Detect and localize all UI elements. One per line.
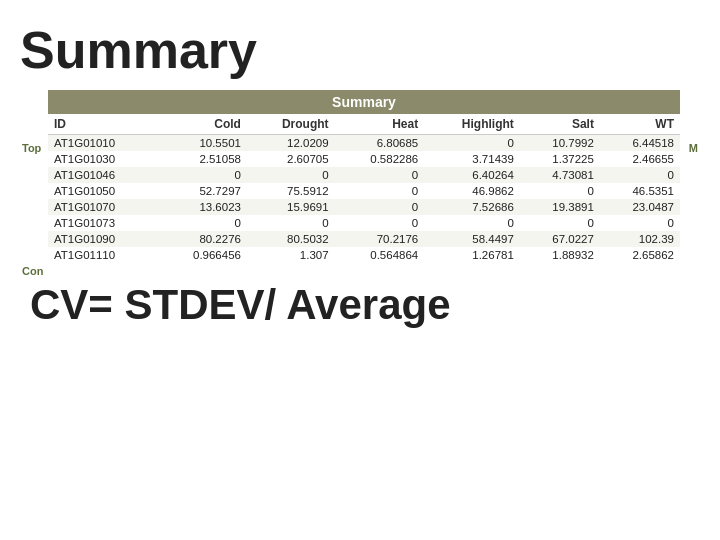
left-label-con: Con — [22, 265, 43, 277]
table-cell: 1.37225 — [520, 151, 600, 167]
page: Summary Top Con M Summary ID Cold Drough… — [0, 0, 720, 540]
table-cell: 10.7992 — [520, 135, 600, 152]
table-cell: AT1G01070 — [48, 199, 157, 215]
table-cell: 0 — [424, 215, 520, 231]
table-cell: 80.5032 — [247, 231, 335, 247]
table-cell: 52.7297 — [157, 183, 247, 199]
table-cell: 1.307 — [247, 247, 335, 263]
table-cell: 0 — [335, 199, 425, 215]
table-row: AT1G0107013.602315.969107.5268619.389123… — [48, 199, 680, 215]
table-row: AT1G011100.9664561.3070.5648641.267811.8… — [48, 247, 680, 263]
table-cell: AT1G01046 — [48, 167, 157, 183]
table-cell: 80.2276 — [157, 231, 247, 247]
table-cell: 46.5351 — [600, 183, 680, 199]
table-cell: 0 — [335, 167, 425, 183]
table-cell: 0 — [335, 215, 425, 231]
table-cell: 0 — [600, 167, 680, 183]
col-header-drought: Drought — [247, 114, 335, 135]
table-cell: 6.44518 — [600, 135, 680, 152]
table-cell: AT1G01090 — [48, 231, 157, 247]
table-cell: 6.40264 — [424, 167, 520, 183]
table-cell: 0 — [247, 215, 335, 231]
table-cell: 0 — [520, 215, 600, 231]
table-cell: 0 — [247, 167, 335, 183]
table-cell: 0.564864 — [335, 247, 425, 263]
table-cell: 0 — [157, 167, 247, 183]
table-cell: 0 — [335, 183, 425, 199]
left-label-top: Top — [22, 142, 41, 154]
table-row: AT1G0105052.729775.5912046.9862046.5351 — [48, 183, 680, 199]
table-cell: 12.0209 — [247, 135, 335, 152]
page-title: Summary — [20, 20, 700, 80]
table-cell: 0.966456 — [157, 247, 247, 263]
table-cell: 3.71439 — [424, 151, 520, 167]
table-cell: 23.0487 — [600, 199, 680, 215]
table-cell: 1.26781 — [424, 247, 520, 263]
table-row: AT1G010460006.402644.730810 — [48, 167, 680, 183]
table-cell: 2.46655 — [600, 151, 680, 167]
col-header-wt: WT — [600, 114, 680, 135]
table-cell: 15.9691 — [247, 199, 335, 215]
col-header-id: ID — [48, 114, 157, 135]
table-cell: 2.51058 — [157, 151, 247, 167]
col-header-salt: Salt — [520, 114, 600, 135]
table-row: AT1G01073000000 — [48, 215, 680, 231]
table-cell: 7.52686 — [424, 199, 520, 215]
table-cell: 2.65862 — [600, 247, 680, 263]
summary-header-bar: Summary — [48, 90, 680, 114]
data-table: ID Cold Drought Heat Highlight Salt WT A… — [48, 114, 680, 263]
table-cell: 13.6023 — [157, 199, 247, 215]
table-cell: AT1G01050 — [48, 183, 157, 199]
table-cell: AT1G01030 — [48, 151, 157, 167]
table-cell: 1.88932 — [520, 247, 600, 263]
right-label-top: M — [689, 142, 698, 154]
table-row: AT1G010302.510582.607050.5822863.714391.… — [48, 151, 680, 167]
table-cell: 67.0227 — [520, 231, 600, 247]
table-cell: 0 — [424, 135, 520, 152]
table-cell: 19.3891 — [520, 199, 600, 215]
table-cell: 0 — [600, 215, 680, 231]
table-cell: 58.4497 — [424, 231, 520, 247]
table-cell: 0 — [520, 183, 600, 199]
table-cell: 10.5501 — [157, 135, 247, 152]
table-row: AT1G0109080.227680.503270.217658.449767.… — [48, 231, 680, 247]
table-cell: AT1G01010 — [48, 135, 157, 152]
table-cell: 46.9862 — [424, 183, 520, 199]
table-cell: 4.73081 — [520, 167, 600, 183]
table-cell: 70.2176 — [335, 231, 425, 247]
table-cell: AT1G01110 — [48, 247, 157, 263]
table-cell: 6.80685 — [335, 135, 425, 152]
table-cell: 0.582286 — [335, 151, 425, 167]
table-cell: AT1G01073 — [48, 215, 157, 231]
table-wrapper: Top Con M Summary ID Cold Drought Heat H… — [20, 90, 700, 263]
table-cell: 2.60705 — [247, 151, 335, 167]
table-cell: 102.39 — [600, 231, 680, 247]
col-header-heat: Heat — [335, 114, 425, 135]
col-header-cold: Cold — [157, 114, 247, 135]
table-cell: 0 — [157, 215, 247, 231]
table-header-row: ID Cold Drought Heat Highlight Salt WT — [48, 114, 680, 135]
col-header-highlight: Highlight — [424, 114, 520, 135]
table-row: AT1G0101010.550112.02096.80685010.79926.… — [48, 135, 680, 152]
cv-label: CV= STDEV/ Average — [20, 281, 700, 329]
table-cell: 75.5912 — [247, 183, 335, 199]
